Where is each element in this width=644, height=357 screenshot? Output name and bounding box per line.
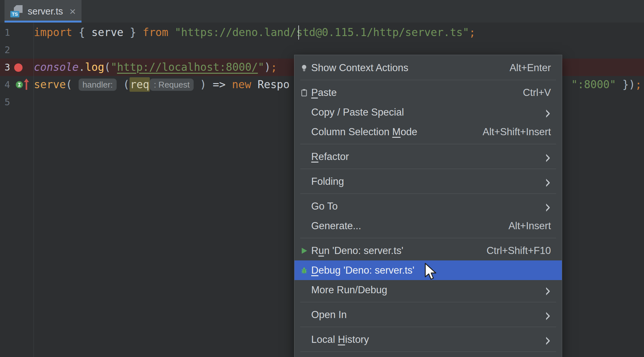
menu-item-shortcut: Alt+Insert [508,220,551,232]
menu-separator [300,193,556,194]
token: new [232,78,257,91]
typescript-file-icon: TS [10,5,23,18]
menu-item-shortcut: Alt+Enter [510,62,551,74]
line-number: 3 [5,59,10,76]
menu-item-copy-paste-special[interactable]: Copy / Paste Special › [294,102,562,122]
menu-item-folding[interactable]: Folding › [294,172,562,191]
mouse-cursor [424,263,438,282]
menu-separator [300,327,556,327]
lightbulb-icon [300,63,308,72]
implementation-marker-icon[interactable] [15,81,23,89]
menu-separator [300,144,556,144]
token: " [111,61,117,73]
menu-item-shortcut: Ctrl+Shift+F10 [486,245,551,257]
submenu-arrow-icon: › [545,332,551,347]
menu-item-go-to[interactable]: Go To › [294,196,562,216]
token: console [34,61,79,73]
line-number: 2 [5,41,10,59]
token: serve [91,26,123,39]
token [117,78,123,91]
inlay-hint-param-name: handler: [79,79,117,91]
submenu-arrow-icon: › [545,283,551,297]
ts-badge: TS [10,11,19,17]
token: }) [616,78,635,91]
editor-context-menu: Show Context Actions Alt+Enter Paste Ctr… [294,55,562,357]
submenu-arrow-icon: › [545,307,551,322]
token: ; [271,61,277,73]
menu-item-label: Open In [311,309,347,321]
menu-item-label: Run 'Deno: server.ts' [311,245,403,257]
menu-item-label: Copy / Paste Special [311,107,404,118]
debug-icon [300,266,308,275]
token: Respo [257,78,289,91]
menu-separator [300,169,556,169]
token: ":8000" [571,78,616,91]
menu-separator [300,352,556,352]
editor-gutter: 1 2 3 4 5 [0,23,34,357]
menu-item-label: Generate... [311,220,361,232]
run-icon [300,247,308,255]
token: ( [123,78,130,91]
token: => [206,78,232,91]
token [194,78,200,91]
token: serve [34,78,66,91]
token: } [123,26,143,39]
menu-item-paste[interactable]: Paste Ctrl+V [294,83,562,102]
breakpoint-icon[interactable] [14,63,23,72]
code-line-3[interactable]: console.log("http://localhost:8000/"); [34,59,277,76]
menu-item-label: Go To [311,201,338,212]
menu-item-label: More Run/Debug [311,284,387,296]
code-line-4-right[interactable]: ":8000" }); [571,76,642,93]
token: from [143,26,175,39]
tab-close-icon[interactable]: × [70,6,76,17]
menu-item-open-in[interactable]: Open In › [294,305,562,324]
submenu-arrow-icon: › [545,105,551,120]
menu-item-label: Paste [311,87,337,99]
line-number: 1 [5,24,10,41]
navigate-up-arrow-icon[interactable] [23,78,30,91]
submenu-arrow-icon: › [545,199,551,214]
menu-item-shortcut: Alt+Shift+Insert [483,126,551,138]
paste-icon [300,88,308,97]
line-number: 4 [5,76,10,93]
text-caret [298,25,299,40]
menu-item-label: Folding [311,176,344,187]
menu-item-more-run-debug[interactable]: More Run/Debug › [294,280,562,300]
line-number: 5 [5,93,10,111]
highlighted-identifier: req [130,77,150,92]
submenu-arrow-icon: › [545,149,551,164]
menu-item-refactor[interactable]: Refactor › [294,147,562,166]
menu-item-label: Refactor [311,151,349,163]
token: { [79,26,91,39]
token: ) [200,78,207,91]
token: ; [635,78,642,91]
token: import [34,26,79,39]
code-line-1[interactable]: import { serve } from "https://deno.land… [34,24,476,41]
inlay-hint-param-type: : Request [150,79,193,91]
token: " [258,61,264,73]
token: log [85,61,104,73]
menu-item-local-history[interactable]: Local History › [294,330,562,349]
tab-title: server.ts [28,6,63,17]
token: ; [469,26,476,39]
menu-item-column-selection-mode[interactable]: Column Selection Mode Alt+Shift+Insert [294,122,562,142]
menu-item-label: Column Selection Mode [311,126,417,138]
tab-server-ts[interactable]: TS server.ts × [5,0,82,23]
token: ( [104,61,111,73]
token: . [79,61,85,73]
menu-item-shortcut: Ctrl+V [523,87,551,99]
token: ) [264,61,271,73]
menu-item-show-context-actions[interactable]: Show Context Actions Alt+Enter [294,58,562,78]
menu-item-label: Local History [311,334,369,345]
editor-tab-bar: TS server.ts × [0,0,644,23]
menu-item-generate[interactable]: Generate... Alt+Insert [294,216,562,236]
menu-item-label: Show Context Actions [311,62,409,74]
submenu-arrow-icon: › [545,174,551,189]
menu-separator [300,80,556,80]
menu-item-run-deno-server[interactable]: Run 'Deno: server.ts' Ctrl+Shift+F10 [294,241,562,260]
token: ( [66,78,79,91]
code-line-4[interactable]: serve( handler: (req: Request ) => new R… [34,76,290,93]
menu-item-label: Debug 'Deno: server.ts' [311,265,414,276]
url-token: http://localhost:8000/ [117,61,258,73]
token: "https://deno.land/std@0.115.1/http/serv… [175,26,469,39]
